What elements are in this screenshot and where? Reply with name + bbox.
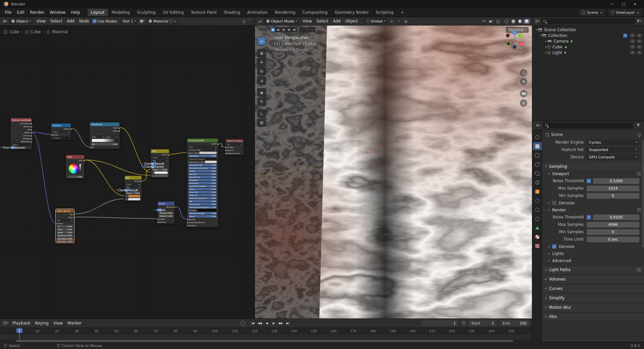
properties-tab-physics[interactable] — [533, 206, 542, 213]
slider-subsurface[interactable]: Subsurface0.000 — [189, 155, 217, 157]
editor-type-icon[interactable]: ☰▾ — [534, 18, 540, 24]
node-row-random-walk[interactable]: Random Walk▾ — [187, 148, 218, 151]
node-row-distortion[interactable]: Distortion0.000 — [56, 240, 74, 243]
checkbox-invert[interactable] — [154, 209, 156, 211]
node-row-bsdf[interactable]: BSDF — [187, 142, 218, 145]
node-row-clearcoat-normal[interactable]: Clearcoat Normal — [187, 221, 218, 224]
panel-header-simplify[interactable]: ▸Simplify — [542, 294, 644, 302]
blender-logo-icon[interactable] — [3, 2, 8, 7]
field-subsurface-radius[interactable]: Subsurface Radius — [189, 158, 217, 160]
node-row-a[interactable]: A — [151, 171, 169, 174]
shader-node-noise-texture[interactable]: Noise TextureFacColor3D▾VectorW0.000Scal… — [55, 209, 74, 243]
node-row-vector[interactable]: Vector — [56, 222, 74, 225]
node-row-reflection[interactable]: Reflection — [11, 140, 32, 143]
panel-header-film[interactable]: ▸Film — [542, 312, 644, 320]
shading-rendered-button[interactable] — [524, 19, 530, 24]
timeline-menu-playback[interactable]: Playback — [10, 320, 33, 326]
checkbox-noise-threshold[interactable]: ✓ — [587, 215, 591, 219]
presets-menu-icon[interactable] — [637, 172, 641, 175]
workspace-tab-rendering[interactable]: Rendering — [271, 9, 299, 16]
color-swatch-a[interactable] — [154, 171, 168, 174]
xray-toggle-icon[interactable]: ◫ — [495, 18, 501, 24]
filter-icon[interactable]: ▾ — [636, 18, 642, 24]
slider-clearcoat-roughness[interactable]: Clearcoat Roughness0.030 — [189, 197, 217, 199]
filter-icon[interactable] — [635, 122, 641, 129]
menubar-menu-render[interactable]: Render — [27, 9, 47, 16]
node-row-transmission[interactable]: Transmission0.000 — [187, 203, 218, 206]
tool-annotate[interactable]: ✎ — [257, 97, 266, 106]
node-row-point[interactable]: Point▾ — [51, 130, 71, 133]
workspace-tab-uv-editing[interactable]: UV Editing — [159, 9, 187, 16]
workspace-tab-geometry-nodes[interactable]: Geometry Nodes — [331, 9, 372, 16]
node-row-subsurface-ior[interactable]: Subsurface IOR1.400 — [187, 163, 218, 166]
node-row-surface[interactable]: Surface — [225, 146, 244, 149]
snap-icon[interactable]: ⌒ — [247, 18, 253, 24]
menubar-menu-file[interactable]: File — [2, 9, 14, 16]
shader-node-bump[interactable]: BumpNormalInvertStrength1.000Distance1.0… — [157, 201, 175, 224]
shader-node-texture-coordinate[interactable]: Texture CoordinateGeneratedNormalUVObjec… — [10, 118, 32, 149]
node-row-emission-strength[interactable]: Emission Strength1.000 — [187, 212, 218, 215]
panel-header-light-paths[interactable]: ▸Light Paths — [542, 265, 644, 273]
field-object[interactable]: Object — [12, 143, 30, 146]
node-row-w[interactable]: W0.000 — [56, 225, 74, 228]
slider-roughness[interactable]: Roughness0.500 — [189, 179, 217, 181]
node-row-a[interactable]: A — [125, 195, 142, 198]
disclosure-triangle[interactable]: ▸ — [544, 40, 548, 43]
dropdown-mix[interactable]: Mix▾ — [126, 186, 140, 188]
field-min-samples[interactable]: 0 — [587, 193, 639, 199]
node-row-vector[interactable]: Vector — [51, 127, 71, 130]
node-row-distance[interactable]: Distance1.000 — [158, 214, 174, 217]
shader-node-mix-2[interactable]: MixResultColor▾Mix▾Clamp ResultFactor0.5… — [124, 176, 142, 201]
dropdown-point[interactable]: Point▾ — [53, 131, 69, 133]
select-mode-extend[interactable]: ▦ — [276, 27, 281, 32]
unlink-material-icon[interactable]: × — [174, 19, 176, 23]
properties-tab-object[interactable] — [533, 188, 542, 195]
pan-button[interactable]: ✥ — [520, 78, 527, 85]
value-bar[interactable] — [79, 164, 81, 173]
node-row-subsurface[interactable]: Subsurface0.000 — [187, 154, 218, 157]
node-row-alpha[interactable]: Alpha1.000 — [187, 215, 218, 218]
ramp-options-button[interactable]: ▾ — [99, 133, 102, 135]
menubar-menu-help[interactable]: Help — [68, 9, 83, 16]
node-row-uv[interactable]: UV — [11, 128, 32, 131]
timeline-track[interactable] — [0, 335, 532, 340]
snap-magnet-icon[interactable]: ∪ — [389, 18, 395, 24]
color-swatch-subsurface-color[interactable] — [205, 161, 217, 163]
subpanel-header-viewport[interactable]: ▾Viewport — [542, 170, 644, 177]
workspace-tab-scripting[interactable]: Scripting — [372, 9, 397, 16]
field-max-samples[interactable]: 1024 — [587, 186, 639, 191]
hide-in-viewport-icon[interactable] — [630, 40, 635, 43]
minimize-button[interactable]: ─ — [606, 1, 618, 7]
timeline-ruler[interactable]: 1102030405060708090100110120130140150160… — [0, 328, 532, 335]
collection-checkbox[interactable]: ✓ — [623, 34, 627, 38]
node-row-color[interactable]: Color▾ — [151, 156, 169, 159]
dropdown-ggx[interactable]: GGX▾ — [189, 146, 217, 148]
slider-w[interactable]: W0.000 — [57, 225, 73, 228]
remove-view-layer-icon[interactable]: × — [637, 11, 639, 14]
shader-type-dropdown[interactable]: Object ▾ — [9, 18, 33, 24]
disclosure-triangle[interactable]: ▾ — [539, 34, 542, 37]
node-row-from-instancer[interactable]: From Instancer — [11, 146, 15, 149]
dropdown-random-walk[interactable]: Random Walk▾ — [189, 149, 217, 151]
dropdown-3d[interactable]: 3D▾ — [57, 219, 73, 221]
outliner-row-light[interactable]: ▸Light — [532, 50, 644, 55]
properties-tab-view-layer[interactable] — [533, 160, 542, 168]
collapsed-panel-lights[interactable]: ▸Lights — [542, 250, 644, 257]
node-row-ramp[interactable] — [90, 138, 119, 143]
tool-add-cube[interactable]: ⊞ — [257, 118, 266, 127]
hide-in-viewport-icon[interactable] — [630, 51, 635, 54]
node-row-sheen[interactable]: Sheen0.000 — [187, 188, 218, 191]
unlink-scene-icon[interactable]: × — [600, 11, 602, 14]
properties-scrollbar[interactable] — [642, 140, 644, 247]
dropdown-feature-set[interactable]: Supported▾ — [587, 147, 639, 153]
slider-subsurface-anisotropy[interactable]: Subsurface Anisotropy0.000 — [189, 167, 217, 169]
properties-tab-world[interactable] — [533, 179, 542, 186]
select-mode-invert[interactable]: ▦ — [286, 27, 291, 32]
node-row-alpha[interactable]: Alpha — [90, 129, 119, 132]
navigation-gizmo[interactable]: Z Y X — [504, 29, 525, 50]
slider-specular-tint[interactable]: Specular Tint0.000 — [189, 176, 217, 178]
workspace-tab-animation[interactable]: Animation — [244, 9, 271, 16]
scrollbar-thumb[interactable] — [16, 340, 513, 342]
shading-material-button[interactable] — [517, 19, 523, 24]
node-row-clearcoat-roughness[interactable]: Clearcoat Roughness0.030 — [187, 197, 218, 200]
